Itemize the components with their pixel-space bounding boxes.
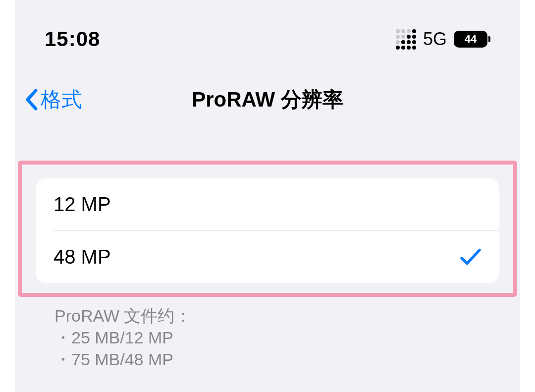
resolution-options-list: 12 MP 48 MP [36, 178, 499, 283]
back-button[interactable]: 格式 [25, 86, 82, 113]
page-title: ProRAW 分辨率 [192, 86, 343, 113]
status-bar: 15:08 5G 44 [15, 0, 520, 61]
footer-text: ProRAW 文件约： ・25 MB/12 MP ・75 MB/48 MP [15, 297, 520, 371]
option-48mp[interactable]: 48 MP [36, 231, 499, 283]
option-12mp[interactable]: 12 MP [36, 178, 499, 230]
footer-line-1: ・25 MB/12 MP [54, 327, 520, 348]
network-label: 5G [423, 29, 447, 50]
status-right: 5G 44 [396, 29, 490, 50]
option-label: 48 MP [54, 246, 111, 268]
chevron-left-icon [25, 89, 38, 111]
battery-icon: 44 [454, 31, 490, 48]
back-label: 格式 [41, 86, 82, 113]
footer-header: ProRAW 文件约： [54, 305, 520, 327]
settings-screen: 15:08 5G 44 格式 ProRAW 分辨率 [15, 0, 520, 392]
nav-bar: 格式 ProRAW 分辨率 [15, 61, 520, 128]
check-icon [460, 248, 482, 266]
status-time: 15:08 [45, 27, 100, 51]
signal-icon [396, 29, 416, 50]
footer-line-2: ・75 MB/48 MP [54, 348, 520, 370]
battery-level: 44 [465, 33, 477, 46]
highlight-annotation: 12 MP 48 MP [18, 161, 517, 297]
option-label: 12 MP [54, 193, 111, 216]
